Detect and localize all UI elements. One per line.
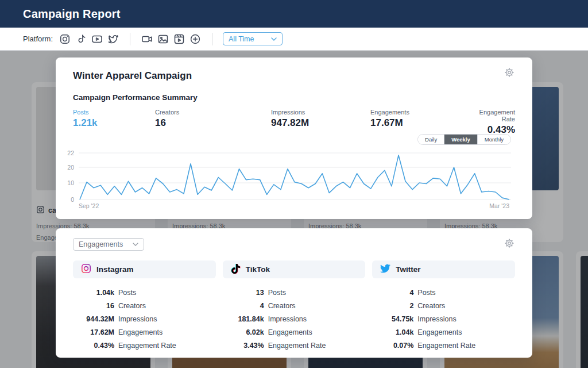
platform-stat-row: 17.62MEngagements — [73, 326, 216, 339]
toolbar-divider — [130, 33, 130, 45]
engagement-trend-chart: 2220100Sep '22Mar '23 — [61, 148, 515, 216]
stat-label: Engagement Rate — [268, 339, 326, 352]
breakdown-toolbar: Engagements — [73, 228, 515, 251]
stat-value: 0.07% — [372, 339, 413, 352]
stat-label: Engagement Rate — [417, 339, 475, 352]
x-axis-label: Mar '23 — [489, 202, 509, 209]
instagram-icon — [81, 263, 91, 275]
platform-stat-row: 13Posts — [223, 286, 366, 300]
stat-label: Posts — [268, 286, 286, 300]
platform-stats-list: 4Posts2Creators54.75kImpressions1.04kEng… — [372, 286, 515, 352]
y-axis-tick: 10 — [67, 179, 74, 186]
platform-stat-row: 54.75kImpressions — [372, 313, 515, 326]
stat-label: Engagement Rate — [473, 109, 515, 122]
stat-value: 4 — [372, 286, 413, 300]
granularity-monthly-button[interactable]: Monthly — [477, 135, 510, 144]
toolbar-divider — [212, 33, 212, 45]
stat-label: Impressions — [268, 313, 307, 326]
stat-value: 3.43% — [223, 339, 264, 352]
platform-icon-group — [59, 33, 119, 45]
instagram-icon[interactable] — [59, 33, 71, 45]
gear-icon[interactable] — [504, 67, 515, 78]
platform-stat-row: 181.84kImpressions — [223, 313, 366, 326]
stat-label: Posts — [118, 286, 136, 300]
y-axis-tick: 20 — [67, 164, 74, 171]
platform-stat-row: 6.02kEngagements — [223, 326, 366, 339]
stat-value: 1.21k — [73, 117, 155, 129]
platform-stat-row: 944.32MImpressions — [73, 313, 216, 326]
platform-stat-row: 0.43%Engagement Rate — [73, 339, 216, 352]
platform-columns: Instagram1.04kPosts16Creators944.32MImpr… — [73, 260, 515, 352]
add-circle-icon[interactable] — [189, 33, 202, 45]
granularity-daily-button[interactable]: Daily — [418, 135, 444, 144]
platform-stat-row: 1.04kPosts — [73, 286, 216, 300]
stat-label: Engagements — [268, 326, 312, 339]
stat-label: Impressions — [118, 313, 157, 326]
platform-stat-row: 4Posts — [372, 286, 515, 300]
stat-label: Impressions — [271, 109, 370, 116]
image-icon[interactable] — [157, 33, 169, 45]
tiktok-icon[interactable] — [75, 33, 87, 45]
stat-value: 16 — [73, 300, 114, 313]
reel-icon[interactable] — [173, 33, 185, 45]
stat-label: Creators — [417, 300, 445, 313]
trend-line — [80, 155, 509, 200]
time-filter-select[interactable]: All Time — [223, 32, 283, 45]
stat-value: 1.04k — [372, 326, 413, 339]
platform-column-tiktok: TikTok13Posts4Creators181.84kImpressions… — [223, 260, 366, 352]
tiktok-icon — [231, 264, 241, 275]
stat-value: 4 — [223, 300, 264, 313]
stat-label: Posts — [417, 286, 435, 300]
platform-stat-row: 3.43%Engagement Rate — [223, 339, 366, 352]
stat-value: 1.04k — [73, 286, 114, 300]
stat-label: Posts — [73, 109, 155, 116]
summary-stats-row: Posts1.21kCreators16Impressions947.82MEn… — [73, 109, 515, 136]
metric-filter-value: Engagements — [79, 240, 123, 248]
y-axis-tick: 22 — [67, 150, 74, 156]
app-header: Campaign Report — [0, 0, 588, 28]
granularity-toggle: DailyWeeklyMonthly — [417, 134, 511, 145]
x-axis-label: Sep '22 — [79, 202, 99, 209]
summary-stat-engagements: Engagements17.67M — [370, 109, 473, 136]
youtube-icon[interactable] — [91, 33, 103, 45]
platform-name: Instagram — [96, 265, 134, 274]
video-icon[interactable] — [141, 33, 153, 45]
stat-label: Creators — [268, 300, 296, 313]
stat-value: 0.43% — [73, 339, 114, 352]
campaign-title: Winter Apparel Campaign — [73, 57, 515, 82]
performance-summary-heading: Campaign Performance Summary — [73, 93, 515, 102]
chevron-down-icon — [271, 37, 277, 41]
stat-value: 16 — [155, 117, 271, 129]
platform-header-tiktok[interactable]: TikTok — [223, 260, 366, 278]
gear-icon[interactable] — [504, 237, 515, 249]
metric-filter-select[interactable]: Engagements — [73, 238, 144, 251]
toolbar: Platform: All Time — [0, 28, 588, 51]
overview-card: Winter Apparel Campaign Campaign Perform… — [56, 57, 532, 219]
summary-stat-posts: Posts1.21k — [73, 109, 155, 136]
platform-header-twitter[interactable]: Twitter — [372, 260, 515, 278]
platform-column-instagram: Instagram1.04kPosts16Creators944.32MImpr… — [73, 260, 216, 352]
stat-value: 17.62M — [73, 326, 114, 339]
twitter-icon — [380, 263, 390, 275]
stat-label: Engagements — [118, 326, 163, 339]
stat-label: Creators — [155, 109, 271, 116]
stat-value: 947.82M — [271, 117, 370, 129]
platform-column-twitter: Twitter4Posts2Creators54.75kImpressions1… — [372, 260, 515, 352]
summary-stat-engagement-rate: Engagement Rate0.43% — [473, 109, 515, 136]
page-title: Campaign Report — [23, 7, 121, 21]
campaign-report-page: Campaign Report Platform: All Time carIm… — [0, 0, 588, 368]
stat-label: Impressions — [417, 313, 456, 326]
stat-label: Engagements — [370, 109, 473, 116]
stat-value: 944.32M — [73, 313, 114, 326]
stat-value: 181.84k — [223, 313, 264, 326]
stat-value: 17.67M — [370, 117, 473, 129]
platform-stat-row: 0.07%Engagement Rate — [372, 339, 515, 352]
platform-filter-label: Platform: — [23, 34, 53, 43]
twitter-icon[interactable] — [107, 33, 119, 45]
stat-label: Engagements — [417, 326, 462, 339]
dimmed-background-stage: carImpressions: 58.3kEngagementcarImpres… — [0, 51, 588, 368]
platform-stat-row: 1.04kEngagements — [372, 326, 515, 339]
platform-header-instagram[interactable]: Instagram — [73, 260, 216, 278]
granularity-weekly-button[interactable]: Weekly — [444, 135, 477, 144]
stat-label: Engagement Rate — [118, 339, 176, 352]
